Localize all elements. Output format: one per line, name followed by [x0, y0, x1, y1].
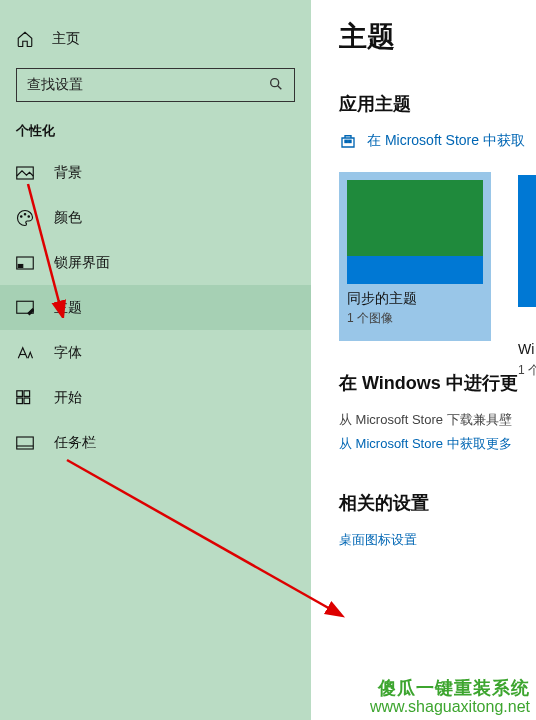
svg-rect-16	[345, 140, 347, 142]
apply-theme-heading: 应用主题	[339, 92, 536, 116]
sidebar-item-taskbar[interactable]: 任务栏	[0, 420, 311, 465]
sidebar-item-colors[interactable]: 颜色	[0, 195, 311, 240]
svg-rect-13	[24, 398, 30, 404]
home-icon	[16, 30, 36, 48]
sidebar-item-themes[interactable]: 主题	[0, 285, 311, 330]
taskbar-icon	[16, 436, 36, 450]
search-placeholder: 查找设置	[27, 76, 83, 94]
font-icon	[16, 345, 36, 361]
store-link[interactable]: 在 Microsoft Store 中获取	[339, 132, 536, 150]
svg-point-0	[271, 78, 279, 86]
watermark: 傻瓜一键重装系统 www.shaguaxitong.net	[370, 679, 530, 716]
nav-label: 开始	[54, 389, 82, 407]
theme-card-partial[interactable]	[518, 175, 536, 307]
svg-rect-14	[17, 437, 34, 449]
svg-rect-11	[24, 390, 30, 396]
more-store-link[interactable]: 从 Microsoft Store 中获取更多	[339, 435, 536, 453]
theme-thumbnail	[347, 180, 483, 284]
sidebar-item-lockscreen[interactable]: 锁屏界面	[0, 240, 311, 285]
related-settings-heading: 相关的设置	[339, 491, 536, 515]
theme-icon	[16, 300, 36, 316]
nav-label: 锁屏界面	[54, 254, 110, 272]
more-in-windows-heading: 在 Windows 中进行更	[339, 371, 536, 395]
theme-name-partial: Wi	[518, 341, 536, 357]
svg-rect-7	[18, 264, 23, 267]
nav-label: 主题	[54, 299, 82, 317]
more-subtext: 从 Microsoft Store 下载兼具壁	[339, 411, 536, 429]
watermark-line1: 傻瓜一键重装系统	[370, 679, 530, 699]
sidebar-item-start[interactable]: 开始	[0, 375, 311, 420]
nav-label: 颜色	[54, 209, 82, 227]
sidebar-item-background[interactable]: 背景	[0, 150, 311, 195]
theme-card-synced[interactable]: 同步的主题 1 个图像	[339, 172, 491, 341]
search-input[interactable]: 查找设置	[16, 68, 295, 102]
store-link-text: 在 Microsoft Store 中获取	[367, 132, 525, 150]
sidebar-item-fonts[interactable]: 字体	[0, 330, 311, 375]
svg-point-5	[28, 215, 30, 217]
svg-rect-17	[349, 140, 351, 142]
watermark-line2: www.shaguaxitong.net	[370, 698, 530, 716]
lockscreen-icon	[16, 256, 36, 270]
svg-point-3	[21, 215, 23, 217]
svg-point-4	[24, 213, 26, 215]
nav-label: 字体	[54, 344, 82, 362]
home-row[interactable]: 主页	[0, 18, 311, 60]
home-label: 主页	[52, 30, 80, 48]
svg-rect-12	[17, 398, 23, 404]
palette-icon	[16, 209, 36, 227]
store-icon	[339, 132, 357, 150]
desktop-icon-settings-link[interactable]: 桌面图标设置	[339, 531, 536, 549]
nav-label: 背景	[54, 164, 82, 182]
page-title: 主题	[339, 18, 536, 56]
section-title: 个性化	[0, 114, 311, 150]
nav-label: 任务栏	[54, 434, 96, 452]
start-icon	[16, 390, 36, 406]
theme-name: 同步的主题	[347, 290, 483, 308]
svg-rect-10	[17, 390, 23, 396]
svg-line-1	[278, 85, 282, 89]
search-icon	[268, 76, 284, 95]
theme-count-partial: 1 个	[518, 362, 536, 379]
theme-count: 1 个图像	[347, 310, 483, 327]
picture-icon	[16, 166, 36, 180]
